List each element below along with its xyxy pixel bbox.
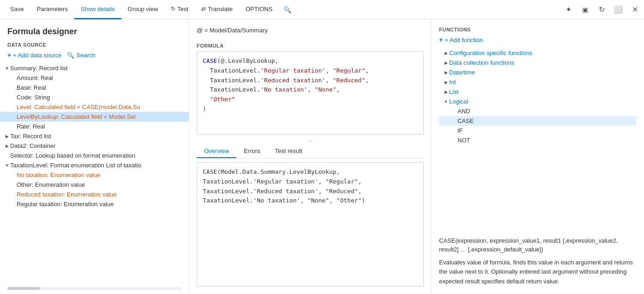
overview-tabs-row: Overview Errors Test result [197,145,424,159]
tree-item-regular[interactable]: Regular taxation: Enumeration value [0,199,189,209]
formula-label: FORMULA [197,43,424,49]
fn-expand-icon[interactable]: ▶ [443,51,449,55]
close-icon[interactable]: ✕ [629,4,640,15]
formula-result-text: CASE(Model.Data.Summary.LevelByLookup, T… [203,168,365,204]
fn-expand-icon[interactable]: ▶ [443,70,449,75]
fn-item-datetime[interactable]: ▶ Date/time [439,67,637,77]
datasource-tree[interactable]: ▼ Summary: Record list Amount: Real Base… [0,63,189,287]
tree-item-selector[interactable]: Selector: Lookup based on format enumera… [0,151,189,160]
fn-item-logical[interactable]: ▼ Logical [439,97,637,106]
plus-icon: + [439,36,443,43]
main-layout: Formula designer DATA SOURCE + + Add dat… [0,19,644,294]
fn-item-and[interactable]: AND [439,106,637,116]
tab-test-result[interactable]: Test result [268,145,310,158]
datasource-path: @ = Model/Data/Summary [197,27,424,37]
functions-tree[interactable]: ▶ Configuration specific functions ▶ Dat… [439,48,637,232]
refresh-icon[interactable]: ↻ [596,4,607,15]
formula-dots: ... [197,135,424,145]
tab-translate[interactable]: ⇄ Translate [195,0,239,19]
search-icon: 🔍 [283,6,291,13]
add-function-button[interactable]: + + Add function [439,36,637,43]
tree-item[interactable]: ▼ Summary: Record list [0,63,189,73]
case-desc: Evaluates value of formula, finds this v… [439,258,637,287]
right-panel: FUNCTIONS + + Add function ▶ Configurati… [432,19,644,294]
tree-expand-icon[interactable]: ▶ [4,133,10,140]
tab-errors[interactable]: Errors [236,145,267,158]
tree-expand-icon[interactable]: ▶ [4,143,10,149]
fn-expand-icon[interactable]: ▶ [443,80,449,85]
fn-item-config[interactable]: ▶ Configuration specific functions [439,48,637,58]
fn-expand-icon[interactable]: ▶ [443,61,449,65]
tab-show-details[interactable]: Show details [74,0,121,19]
tab-save[interactable]: Save [4,0,30,19]
tree-item-other[interactable]: Other: Enumeration value [0,180,189,190]
panel-title: Formula designer [0,27,189,42]
tree-item-data2[interactable]: ▶ Data2: Container [0,141,189,151]
tree-item[interactable]: Level: Calculated field = CASE(model.Dat… [0,102,189,112]
datasource-label: DATA SOURCE [0,42,189,51]
fn-item-int[interactable]: ▶ Int [439,77,637,87]
formula-editor[interactable]: CASE(@.LevelByLookup, TaxationLevel.'Reg… [197,51,424,135]
titlebar-nav: Save Parameters Show details Group view … [4,0,563,19]
tab-overview[interactable]: Overview [197,145,236,158]
tree-item[interactable]: Base: Real [0,83,189,92]
window-icon[interactable]: ⬜ [613,4,624,15]
tree-item-taxationlevel[interactable]: ▼ TaxationLevel: Format enumeration List… [0,160,189,170]
tree-item-tax[interactable]: ▶ Tax: Record list [0,131,189,141]
tree-item-levelbylookup[interactable]: LevelByLookup: Calculated field = Model.… [0,112,189,122]
translate-icon: ⇄ [201,6,206,12]
fn-item-if[interactable]: IF [439,126,637,135]
tab-parameters[interactable]: Parameters [30,0,74,19]
case-signature: CASE(expression, expression_value1, resu… [439,236,637,254]
search-button[interactable]: 🔍 Search [67,52,95,59]
tree-item[interactable]: Rate: Real [0,122,189,131]
search-icon: 🔍 [67,52,74,59]
titlebar-actions: ✦ ▣ ↻ ⬜ ✕ [563,4,640,15]
tree-item-reduced[interactable]: Reduced taxation: Enumeration value [0,190,189,199]
plus-icon: + [7,51,11,59]
formula-result[interactable]: CASE(Model.Data.Summary.LevelByLookup, T… [197,162,424,287]
tree-no-arrow [10,75,17,81]
tab-group-view[interactable]: Group view [121,0,165,19]
add-datasource-button[interactable]: + + Add data source [7,51,61,59]
tree-item[interactable]: Amount: Real [0,73,189,83]
fn-item-datacollection[interactable]: ▶ Data collection functions [439,58,637,67]
fn-item-not[interactable]: NOT [439,135,637,145]
horizontal-scrollbar[interactable] [0,287,189,294]
office-icon[interactable]: ▣ [579,4,590,15]
fn-item-list[interactable]: ▶ List [439,87,637,97]
tree-item-no-taxation[interactable]: No taxation: Enumeration value [0,170,189,180]
functions-label: FUNCTIONS [439,27,637,32]
tab-options[interactable]: OPTIONS [239,0,279,19]
settings-icon[interactable]: ✦ [563,4,574,15]
tree-collapse-icon[interactable]: ▼ [4,65,10,72]
refresh-small-icon: ↻ [171,6,175,12]
tab-test[interactable]: ↻ Test [164,0,195,19]
left-panel: Formula designer DATA SOURCE + + Add dat… [0,19,189,294]
tree-item[interactable]: Code: String [0,92,189,102]
titlebar: Save Parameters Show details Group view … [0,0,644,19]
datasource-toolbar: + + Add data source 🔍 Search [0,51,189,63]
fn-collapse-icon[interactable]: ▼ [443,99,449,104]
tree-collapse-icon[interactable]: ▼ [4,162,10,169]
case-description-box: CASE(expression, expression_value1, resu… [439,236,637,287]
fn-item-case[interactable]: CASE [439,116,637,126]
titlebar-search[interactable]: 🔍 [279,6,296,13]
fn-expand-icon[interactable]: ▶ [443,90,449,94]
middle-panel: @ = Model/Data/Summary FORMULA CASE(@.Le… [189,19,432,294]
